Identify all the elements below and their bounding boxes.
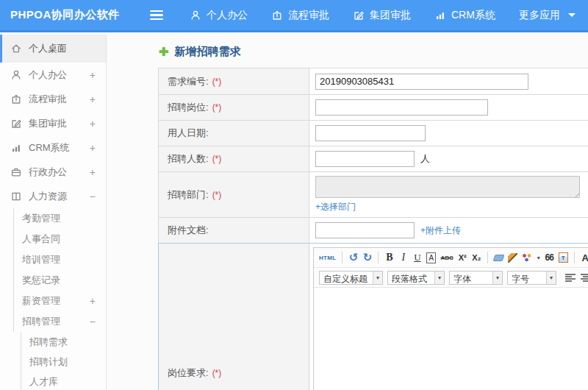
expand-icon[interactable]: + bbox=[90, 118, 96, 130]
top-nav: 个人办公流程审批集团审批CRM系统更多应用 bbox=[190, 9, 576, 22]
field-label-recruit-count: 招聘人数:(*) bbox=[159, 146, 309, 171]
recruit-dept-textarea[interactable] bbox=[315, 176, 580, 198]
strikethrough-button[interactable]: ABC bbox=[440, 251, 453, 264]
recruit-count-input[interactable] bbox=[315, 151, 415, 167]
menu-toggle-icon[interactable] bbox=[150, 10, 165, 21]
edit-icon bbox=[353, 10, 365, 21]
editor-select-2[interactable]: 字体▾ bbox=[449, 271, 503, 285]
nav-item-workflow-approval[interactable]: 流程审批 bbox=[271, 9, 329, 22]
remove-format-icon[interactable] bbox=[492, 255, 504, 261]
superscript-button[interactable]: X² bbox=[458, 251, 467, 264]
toolbar-separator bbox=[378, 252, 379, 263]
expand-icon[interactable]: + bbox=[90, 142, 96, 154]
need-no-input[interactable] bbox=[315, 74, 528, 90]
select-value: 自定义标题 bbox=[320, 272, 373, 284]
required-mark: (*) bbox=[212, 190, 222, 200]
blockquote-button[interactable]: 66 bbox=[545, 251, 554, 264]
sidebar-item-admin-office[interactable]: 行政办公+ bbox=[0, 160, 106, 184]
nav-item-label: 流程审批 bbox=[288, 9, 329, 22]
caret-down-icon[interactable]: ▾ bbox=[546, 272, 556, 284]
toolbar-separator bbox=[574, 252, 575, 263]
align-left-icon[interactable] bbox=[565, 274, 576, 282]
flow-icon bbox=[10, 93, 22, 105]
caret-down-icon[interactable]: ▾ bbox=[373, 272, 382, 284]
underline-button[interactable]: U bbox=[412, 251, 422, 264]
form-row-hire-date: 用人日期: bbox=[158, 121, 588, 146]
sidebar-item-training-mgmt[interactable]: 培训管理 bbox=[0, 249, 106, 270]
app-window: PHPOA协同办公软件 个人办公流程审批集团审批CRM系统更多应用 个人桌面个人… bbox=[0, 0, 588, 390]
sidebar-item-hr-contract[interactable]: 人事合同 bbox=[0, 229, 106, 249]
italic-button[interactable]: I bbox=[398, 251, 408, 264]
attachment-link[interactable]: +附件上传 bbox=[420, 224, 461, 237]
font-color-button[interactable]: A bbox=[581, 251, 588, 264]
recruit-dept-link[interactable]: +选择部门 bbox=[315, 201, 356, 213]
sidebar-item-human-resources[interactable]: 人力资源− bbox=[0, 184, 106, 208]
field-label-need-no: 需求编号:(*) bbox=[159, 68, 309, 94]
sidebar-item-label: CRM系统 bbox=[29, 141, 70, 155]
caret-down-icon[interactable]: ▾ bbox=[434, 272, 444, 284]
field-label-attachment: 附件文档: bbox=[159, 218, 309, 243]
undo-icon[interactable]: ↺ bbox=[348, 251, 358, 264]
unit-suffix: 人 bbox=[420, 152, 430, 166]
nav-item-personal-office[interactable]: 个人办公 bbox=[190, 9, 248, 22]
expand-icon[interactable]: + bbox=[90, 93, 96, 105]
field-value-recruit-post bbox=[309, 95, 588, 120]
sidebar-item-attendance-mgmt[interactable]: 考勤管理 bbox=[0, 208, 106, 229]
sidebar-item-talent-pool[interactable]: 人才库 bbox=[0, 372, 106, 390]
nav-item-more-apps[interactable]: 更多应用 bbox=[519, 9, 576, 22]
collapse-icon[interactable]: − bbox=[90, 191, 96, 202]
sidebar: 个人桌面个人办公+流程审批+集团审批+CRM系统+行政办公+人力资源−考勤管理人… bbox=[0, 35, 107, 390]
expand-icon[interactable]: + bbox=[90, 295, 96, 307]
user-icon bbox=[190, 10, 201, 21]
format-brush-icon[interactable] bbox=[508, 253, 517, 263]
editor-select-0[interactable]: 自定义标题▾ bbox=[319, 271, 383, 285]
align-center-icon[interactable] bbox=[581, 274, 588, 282]
sidebar-item-reward-punish[interactable]: 奖惩记录 bbox=[0, 270, 106, 291]
sidebar-item-personal-office[interactable]: 个人办公+ bbox=[0, 63, 106, 87]
field-value-recruit-dept: +选择部门 bbox=[309, 172, 588, 217]
sidebar-item-label: 流程审批 bbox=[29, 93, 67, 106]
color-palette-icon[interactable] bbox=[522, 253, 532, 262]
label-text: 招聘部门: bbox=[168, 188, 209, 202]
sidebar-item-workflow-approval[interactable]: 流程审批+ bbox=[0, 87, 106, 111]
editor-content-area[interactable] bbox=[314, 288, 588, 390]
expand-icon[interactable]: + bbox=[90, 166, 96, 178]
sidebar-item-recruit-plan[interactable]: 招聘计划 bbox=[0, 352, 106, 372]
form-row-post-require: 岗位要求:(*)HTML↺↻BIUAABCX²X₂▾66TA▾自定义标题▾段落格… bbox=[158, 243, 588, 390]
sidebar-item-label: 招聘管理 bbox=[22, 315, 60, 328]
form-row-attachment: 附件文档:+附件上传 bbox=[158, 218, 588, 244]
nav-item-crm-system[interactable]: CRM系统 bbox=[434, 9, 495, 22]
label-text: 招聘人数: bbox=[168, 152, 209, 166]
sidebar-item-group-approval[interactable]: 集团审批+ bbox=[0, 111, 106, 135]
nav-item-group-approval[interactable]: 集团审批 bbox=[353, 9, 411, 22]
sidebar-item-recruit-need[interactable]: 招聘需求 bbox=[0, 332, 106, 352]
editor-select-3[interactable]: 字号▾ bbox=[507, 271, 556, 285]
field-value-attachment: +附件上传 bbox=[309, 218, 588, 243]
caret-down-icon[interactable]: ▾ bbox=[492, 272, 502, 284]
form-row-recruit-count: 招聘人数:(*)人 bbox=[158, 146, 588, 172]
sidebar-item-label: 行政办公 bbox=[29, 166, 67, 179]
subscript-button[interactable]: X₂ bbox=[472, 251, 481, 264]
attachment-input[interactable] bbox=[315, 222, 415, 238]
source-code-button[interactable]: HTML bbox=[319, 251, 336, 264]
collapse-icon[interactable]: − bbox=[90, 316, 96, 327]
sidebar-item-label: 人事合同 bbox=[22, 233, 60, 246]
recruit-post-input[interactable] bbox=[315, 99, 488, 116]
sidebar-item-crm-system[interactable]: CRM系统+ bbox=[0, 135, 106, 160]
user-icon bbox=[10, 69, 22, 81]
editor-toolbar-row1: HTML↺↻BIUAABCX²X₂▾66TA▾ bbox=[314, 248, 588, 268]
expand-icon[interactable]: + bbox=[90, 69, 96, 81]
sidebar-item-personal-desktop[interactable]: 个人桌面 bbox=[0, 35, 106, 63]
label-text: 需求编号: bbox=[168, 75, 209, 88]
hire-date-input[interactable] bbox=[315, 125, 426, 141]
form-row-need-no: 需求编号:(*) bbox=[158, 68, 588, 95]
caret-down-icon[interactable]: ▾ bbox=[537, 255, 540, 261]
editor-select-1[interactable]: 段落格式▾ bbox=[387, 271, 445, 285]
font-style-button[interactable]: A bbox=[426, 252, 436, 263]
sidebar-item-salary-mgmt[interactable]: 薪资管理+ bbox=[0, 291, 106, 311]
paste-text-icon[interactable]: T bbox=[559, 252, 568, 263]
chart-icon bbox=[10, 142, 22, 154]
sidebar-item-recruit-mgmt[interactable]: 招聘管理− bbox=[0, 311, 106, 332]
redo-icon[interactable]: ↻ bbox=[362, 251, 372, 264]
bold-button[interactable]: B bbox=[384, 251, 394, 264]
